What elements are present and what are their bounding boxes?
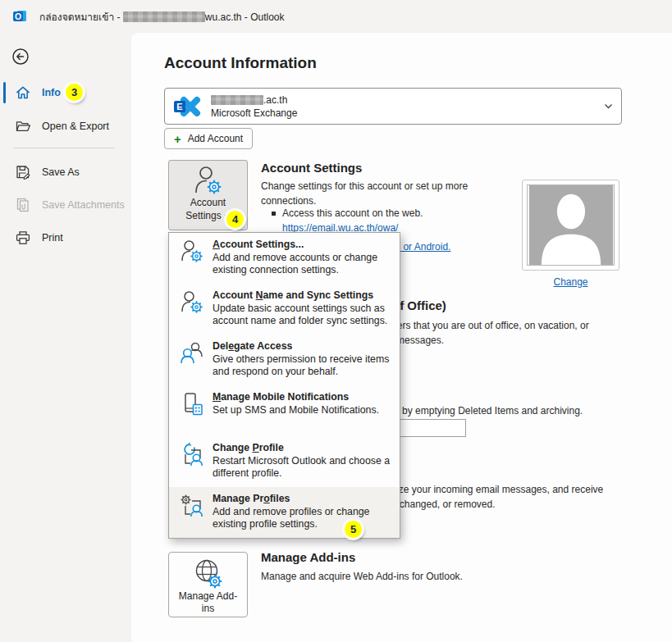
sidebar-item-save-attachments: Save Attachments xyxy=(0,194,131,216)
account-photo xyxy=(522,180,619,271)
menu-item-description: Add and remove profiles or change existi… xyxy=(213,506,395,530)
menu-item-account-name-sync[interactable]: Account Name and Sync Settings Update ba… xyxy=(169,284,400,335)
account-selector-dropdown[interactable]: E .ac.th Microsoft Exchange xyxy=(164,88,622,125)
sidebar-item-label: Print xyxy=(42,232,63,244)
menu-item-delegate-access[interactable]: Delegate Access Give others permission t… xyxy=(169,335,400,385)
sidebar-item-print[interactable]: Print xyxy=(0,226,131,249)
menu-item-change-profile[interactable]: Change Profile Restart Microsoft Outlook… xyxy=(169,436,400,487)
globe-gear-icon xyxy=(191,558,226,590)
outlook-backstage-window: O กล่องจดหมายเข้า - wu.ac.th - Outlook I… xyxy=(0,0,672,642)
menu-item-description: Update basic account settings such as ac… xyxy=(213,303,395,327)
window-title: กล่องจดหมายเข้า - wu.ac.th - Outlook xyxy=(39,9,285,25)
back-button[interactable] xyxy=(11,48,30,66)
person-gear-icon xyxy=(178,239,206,277)
menu-item-description: Give others permission to receive items … xyxy=(213,353,395,378)
sidebar-divider xyxy=(13,148,115,148)
redacted-email xyxy=(123,11,205,22)
menu-item-description: Add and remove accounts or change existi… xyxy=(213,252,395,276)
printer-icon xyxy=(15,230,31,246)
step-badge-4: 4 xyxy=(226,211,244,228)
account-settings-heading: Account Settings xyxy=(261,161,362,175)
titlebar: O กล่องจดหมายเข้า - wu.ac.th - Outlook xyxy=(0,0,672,33)
save-attachments-icon xyxy=(15,197,31,213)
open-folder-icon xyxy=(15,118,31,134)
step-badge-5: 5 xyxy=(345,521,362,538)
sidebar-item-label: Open & Export xyxy=(42,121,109,132)
sidebar-item-label: Info xyxy=(42,87,61,98)
redacted-email xyxy=(211,95,263,105)
menu-item-title: Account Settings... xyxy=(213,239,395,251)
step-badge-3: 3 xyxy=(66,84,83,101)
sidebar-item-save-as[interactable]: Save As xyxy=(0,161,131,184)
change-profile-icon xyxy=(178,442,206,480)
add-account-button[interactable]: + Add Account xyxy=(164,128,253,149)
svg-text:O: O xyxy=(15,11,21,21)
account-provider: Microsoft Exchange xyxy=(211,107,297,119)
tile-label-with-chevron: Settings xyxy=(185,209,230,222)
change-photo-link[interactable]: Change xyxy=(522,276,619,288)
menu-item-manage-mobile-notifications[interactable]: Manage Mobile Notifications Set up SMS a… xyxy=(169,385,400,436)
person-gear-icon xyxy=(178,289,206,328)
manage-addins-description: Manage and acquire Web Add-ins for Outlo… xyxy=(261,569,463,584)
bullet-square xyxy=(272,212,276,216)
menu-item-title: Manage Profiles xyxy=(213,493,395,505)
manage-addins-button[interactable]: Manage Add-ins xyxy=(168,552,248,617)
menu-item-title: Manage Mobile Notifications xyxy=(213,391,395,403)
delegate-people-icon xyxy=(178,340,206,379)
account-settings-description: Change settings for this account or set … xyxy=(261,179,487,208)
menu-item-title: Change Profile xyxy=(213,442,395,454)
sidebar-item-label: Save As xyxy=(42,166,80,178)
plus-icon: + xyxy=(174,133,181,145)
home-icon xyxy=(15,84,31,101)
manage-profiles-icon xyxy=(178,493,206,531)
page-title: Account Information xyxy=(164,54,317,72)
outlook-app-icon: O xyxy=(13,9,28,24)
sidebar-item-label: Save Attachments xyxy=(42,199,125,211)
menu-item-title: Delegate Access xyxy=(213,340,395,353)
menu-item-description: Set up SMS and Mobile Notifications. xyxy=(213,404,395,417)
account-email: .ac.th xyxy=(211,94,297,106)
save-as-icon xyxy=(15,164,31,180)
menu-item-description: Restart Microsoft Outlook and choose a d… xyxy=(213,455,395,480)
menu-item-title: Account Name and Sync Settings xyxy=(213,289,395,302)
menu-item-account-settings[interactable]: Account Settings... Add and remove accou… xyxy=(169,233,400,284)
sidebar-item-open-export[interactable]: Open & Export xyxy=(0,115,131,138)
exchange-icon: E xyxy=(173,93,203,120)
tile-label: Manage Add-ins xyxy=(176,590,241,615)
svg-text:E: E xyxy=(176,101,182,111)
web-access-bullet: Access this account on the web. xyxy=(282,206,423,221)
mobile-notifications-icon xyxy=(178,391,206,430)
menu-item-manage-profiles[interactable]: Manage Profiles Add and remove profiles … xyxy=(169,487,400,538)
manage-addins-heading: Manage Add-ins xyxy=(261,550,355,564)
account-settings-menu: Account Settings... Add and remove accou… xyxy=(168,232,400,539)
chevron-down-icon xyxy=(604,103,613,110)
person-gear-icon xyxy=(192,165,225,196)
